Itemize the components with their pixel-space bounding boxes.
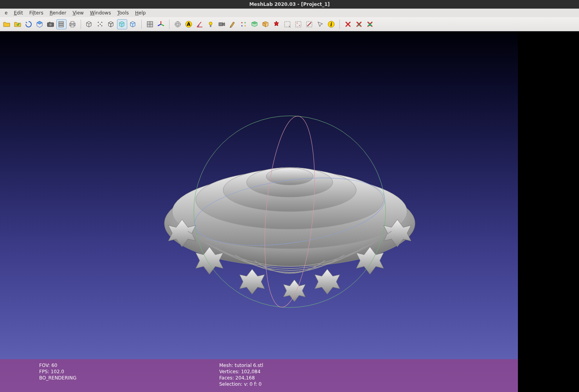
svg-point-40 xyxy=(266,168,313,185)
toolbar-sep-1 xyxy=(81,20,81,29)
select-rect-button[interactable] xyxy=(282,19,292,29)
window-title: MeshLab 2020.03 - [Project_1] xyxy=(249,2,330,7)
status-right: Mesh: tutorial 6.stl Vertices: 102,084 F… xyxy=(211,359,518,392)
status-faces: Faces: 204,168 xyxy=(219,375,510,381)
menu-view[interactable]: View xyxy=(69,9,87,16)
menu-windows[interactable]: Windows xyxy=(87,9,114,16)
svg-point-1 xyxy=(49,23,52,26)
svg-point-13 xyxy=(100,23,101,24)
light-button[interactable] xyxy=(206,19,216,29)
flat-button[interactable] xyxy=(117,19,127,29)
svg-rect-3 xyxy=(59,22,63,23)
angle-button[interactable] xyxy=(195,19,205,29)
open-project-button[interactable] xyxy=(13,19,23,29)
mesh-model xyxy=(153,114,427,309)
plugin-button[interactable] xyxy=(271,19,281,29)
toolbar-sep-3 xyxy=(169,20,170,29)
trackball-button[interactable] xyxy=(173,19,183,29)
menu-file[interactable]: e xyxy=(2,9,11,16)
status-selection: Selection: v: 0 f: 0 xyxy=(219,381,510,387)
svg-rect-7 xyxy=(71,22,74,23)
paint-button[interactable] xyxy=(227,19,238,29)
layers-button[interactable] xyxy=(56,19,67,29)
svg-point-23 xyxy=(242,22,243,23)
svg-rect-2 xyxy=(49,22,51,23)
select-conn-button[interactable] xyxy=(260,19,271,29)
svg-point-20 xyxy=(209,22,212,25)
menu-help[interactable]: Help xyxy=(132,9,149,16)
svg-rect-28 xyxy=(296,22,301,27)
menu-render[interactable]: Render xyxy=(47,9,70,16)
svg-point-10 xyxy=(101,22,102,22)
delete-both-button[interactable] xyxy=(365,19,375,29)
svg-text:i: i xyxy=(330,22,332,27)
export-button[interactable] xyxy=(34,19,45,29)
svg-point-30 xyxy=(299,25,300,26)
svg-point-9 xyxy=(98,22,99,22)
svg-point-26 xyxy=(245,25,246,26)
svg-point-25 xyxy=(242,25,243,26)
status-vertices: Vertices: 102,084 xyxy=(219,369,510,375)
svg-rect-22 xyxy=(219,23,223,26)
select-arrow-button[interactable] xyxy=(315,19,325,29)
menu-tools[interactable]: Tools xyxy=(114,9,132,16)
status-overlay: FOV: 60 FPS: 102.0 BO_RENDERING Mesh: tu… xyxy=(0,359,518,392)
select-vert-button[interactable] xyxy=(238,19,249,29)
status-fps: FPS: 102.0 xyxy=(39,369,204,375)
svg-point-34 xyxy=(347,23,349,25)
svg-point-11 xyxy=(98,25,99,26)
svg-point-16 xyxy=(175,23,180,25)
viewport-3d[interactable]: FOV: 60 FPS: 102.0 BO_RENDERING Mesh: tu… xyxy=(0,31,579,392)
wireframe-button[interactable] xyxy=(106,19,116,29)
toolbar: A i xyxy=(0,17,579,31)
delete-face-button[interactable] xyxy=(354,19,364,29)
bbox-button[interactable] xyxy=(84,19,94,29)
menubar: e Edit Filters Render View Windows Tools… xyxy=(0,9,579,17)
svg-text:A: A xyxy=(187,22,191,27)
svg-point-29 xyxy=(297,23,298,23)
status-mesh: Mesh: tutorial 6.stl xyxy=(219,362,510,369)
svg-rect-21 xyxy=(210,25,211,27)
select-face-button[interactable] xyxy=(249,19,260,29)
annotate-button[interactable]: A xyxy=(184,19,194,29)
axes-button[interactable] xyxy=(156,19,166,29)
svg-point-17 xyxy=(177,22,179,27)
window-titlebar: MeshLab 2020.03 - [Project_1] xyxy=(0,0,579,9)
flatlines-button[interactable] xyxy=(128,19,138,29)
toolbar-sep-2 xyxy=(141,20,142,29)
svg-point-12 xyxy=(101,25,102,26)
svg-rect-4 xyxy=(59,23,63,25)
reload-button[interactable] xyxy=(23,19,34,29)
svg-point-15 xyxy=(175,22,180,27)
status-rendering: BO_RENDERING xyxy=(39,375,204,381)
open-file-button[interactable] xyxy=(2,19,12,29)
viewport-side-strip xyxy=(518,31,579,392)
select-grad-button[interactable] xyxy=(304,19,314,29)
status-left: FOV: 60 FPS: 102.0 BO_RENDERING xyxy=(0,359,211,392)
menu-edit[interactable]: Edit xyxy=(11,9,26,16)
points-button[interactable] xyxy=(95,19,105,29)
svg-point-24 xyxy=(245,22,246,23)
backface-button[interactable] xyxy=(145,19,155,29)
print-button[interactable] xyxy=(67,19,78,29)
svg-rect-5 xyxy=(59,25,63,27)
menu-filters[interactable]: Filters xyxy=(26,9,47,16)
toolbar-sep-4 xyxy=(339,20,340,29)
svg-rect-8 xyxy=(71,25,74,27)
status-fov: FOV: 60 xyxy=(39,362,204,369)
snapshot-button[interactable] xyxy=(45,19,56,29)
select-free-button[interactable] xyxy=(293,19,303,29)
camera-button[interactable] xyxy=(216,19,227,29)
delete-vert-button[interactable] xyxy=(343,19,353,29)
info-button[interactable]: i xyxy=(326,19,336,29)
